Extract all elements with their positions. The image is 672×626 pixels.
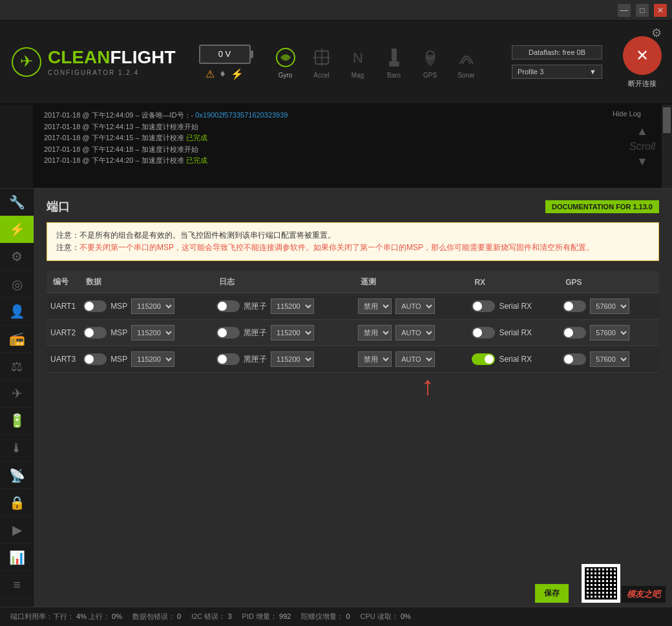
cpu-usage-label: CPU 读取： 0% [361,612,411,621]
sidebar-item-receiver[interactable]: 👤 [0,298,34,325]
close-button[interactable]: ✕ [654,4,667,17]
profile-select[interactable]: Profile 3 ▼ [512,65,602,79]
uart2-tel-baud[interactable]: AUTO [395,325,435,340]
nav-gyro-label: Gyro [278,72,293,79]
battery-icons: ⚠ ♦ ⚡ [205,68,243,80]
battery-section: 0 V ⚠ ♦ ⚡ [199,45,251,80]
nav-gyro[interactable]: Gyro [274,46,297,79]
nav-sonar-label: Sonar [457,72,475,79]
nav-mag[interactable]: N Mag [346,46,370,79]
sidebar-item-pid[interactable]: ◎ [0,271,34,298]
nav-icons: Gyro Accel N Mag Baro GPS Sonar [274,46,501,79]
scroll-indicator: ▲ Scroll ▼ [629,125,655,169]
uart1-tel-baud[interactable]: AUTO [395,298,435,314]
uart3-log-toggle[interactable] [216,353,240,365]
content-header: 端口 DOCUMENTATION FOR 1.13.0 [47,199,659,214]
sidebar-item-ports[interactable]: 🔧 [0,189,34,216]
save-button[interactable]: 保存 [535,584,569,603]
minimize-button[interactable]: — [618,4,631,17]
uart2-rx: Serial RX [468,320,559,346]
red-arrow-icon: ↑ [421,373,434,399]
uart2-data-toggle[interactable] [83,327,107,339]
gyro-delta-label: 陀螺仪增量： 0 [301,612,350,621]
uart3-tel-proto[interactable]: 禁用 [358,351,392,367]
logo-subtitle: CONFIGURATOR 1.2.4 [48,69,139,76]
nav-sonar[interactable]: Sonar [455,46,478,79]
battery-voltage: 0 V [199,45,251,64]
log-entry-2: 2017-01-18 @ 下午12:44:13 – 加速度计校准开始 [44,121,651,133]
nav-accel[interactable]: Accel [310,46,333,79]
uart3-rx-toggle[interactable] [472,353,495,365]
uart2-data-baud[interactable]: 115200 [131,325,174,340]
uart2-rx-toggle[interactable] [472,327,495,339]
packet-errors-label: 数据包错误： 0 [132,612,181,621]
uart2-data-proto: MSP [110,328,127,337]
arrow-annotation: ↑ [47,373,659,431]
uart3-data-proto: MSP [110,355,127,364]
log-scrollbar[interactable] [662,105,672,188]
uart3-data-baud[interactable]: 115200 [131,351,174,367]
uart1-data: MSP 115200 [79,293,213,320]
uart2-tel-proto[interactable]: 禁用 [358,325,392,340]
uart2-gps: 57600 [559,320,659,346]
uart3-tel-baud[interactable]: AUTO [395,351,435,367]
qr-code [582,564,620,603]
svg-rect-7 [392,48,397,61]
sidebar-item-settings[interactable]: ⚙ [0,244,34,271]
uart2-log-toggle[interactable] [216,327,240,339]
uart2-id: UART2 [47,320,79,346]
uart3-gps-baud[interactable]: 57600 [590,351,629,367]
nav-baro[interactable]: Baro [383,46,406,79]
uart3-rx-label: Serial RX [499,355,532,364]
sidebar-item-osd[interactable]: 📡 [0,462,34,489]
i2c-errors-label: I2C 错误： 3 [191,612,231,621]
pid-delta-label: PID 增量： 992 [242,612,291,621]
documentation-button[interactable]: DOCUMENTATION FOR 1.13.0 [545,200,659,213]
sidebar-item-adjust[interactable]: ⚖ [0,353,34,380]
uart2-log-baud[interactable]: 115200 [271,325,314,340]
table-row: UART3 MSP 115200 [47,346,659,373]
log-entry-3: 2017-01-18 @ 下午12:44:15 – 加速度计校准 已完成 [44,132,651,144]
header: ✈ CLEANFLIGHT CONFIGURATOR 1.2.4 0 V ⚠ ♦… [0,21,672,105]
nav-accel-label: Accel [313,72,329,79]
chevron-down-icon: ▼ [589,68,596,76]
sidebar-item-battery[interactable]: 🔋 [0,408,34,435]
sidebar-item-modes[interactable]: 📻 [0,326,34,353]
maximize-button[interactable]: □ [636,4,649,17]
sidebar-item-active[interactable]: ⚡ [0,216,34,243]
nav-mag-label: Mag [352,72,364,79]
nav-baro-label: Baro [387,72,401,79]
sidebar-item-sensors[interactable]: 🌡 [0,435,34,462]
uart3-log: 黑匣子 115200 [213,346,354,373]
uart3-data-toggle[interactable] [83,353,107,365]
uart1-gps-baud[interactable]: 57600 [590,298,629,314]
uart3-id: UART3 [47,346,79,373]
uart1-log-toggle[interactable] [216,300,240,312]
uart1-log-baud[interactable]: 115200 [271,298,314,314]
sidebar-item-vtx[interactable]: 🔒 [0,489,34,516]
ports-table: 编号 数据 日志 遥测 RX GPS UART1 [47,271,659,373]
uart2-gps-toggle[interactable] [563,327,586,339]
uart1-gps-toggle[interactable] [563,300,586,312]
uart1-log: 黑匣子 115200 [213,293,354,320]
disconnect-button[interactable]: ✕ 断开连接 [623,36,662,89]
uart1-data-toggle[interactable] [83,300,107,312]
col-telemetry: 遥测 [354,271,468,293]
gear-icon[interactable]: ⚙ [651,26,662,40]
hide-log-button[interactable]: Hide Log [613,110,641,118]
nav-gps[interactable]: GPS [419,46,442,79]
uart2-gps-baud[interactable]: 57600 [590,325,629,340]
uart3-gps-toggle[interactable] [563,353,586,365]
uart1-telemetry: 禁用 AUTO [354,293,468,320]
uart2-telemetry: 禁用 AUTO [354,320,468,346]
uart3-log-baud[interactable]: 115200 [271,351,314,367]
uart1-data-proto: MSP [110,302,127,311]
col-gps: GPS [559,271,659,293]
sidebar-item-logging[interactable]: 📊 [0,544,34,571]
sidebar-item-motor[interactable]: ▶ [0,517,34,544]
sidebar-item-blackbox[interactable]: ≡ [0,571,34,598]
sidebar-item-servos[interactable]: ✈ [0,380,34,407]
uart1-tel-proto[interactable]: 禁用 [358,298,392,314]
uart1-data-baud[interactable]: 115200 [131,298,174,314]
uart1-rx-toggle[interactable] [472,300,495,312]
